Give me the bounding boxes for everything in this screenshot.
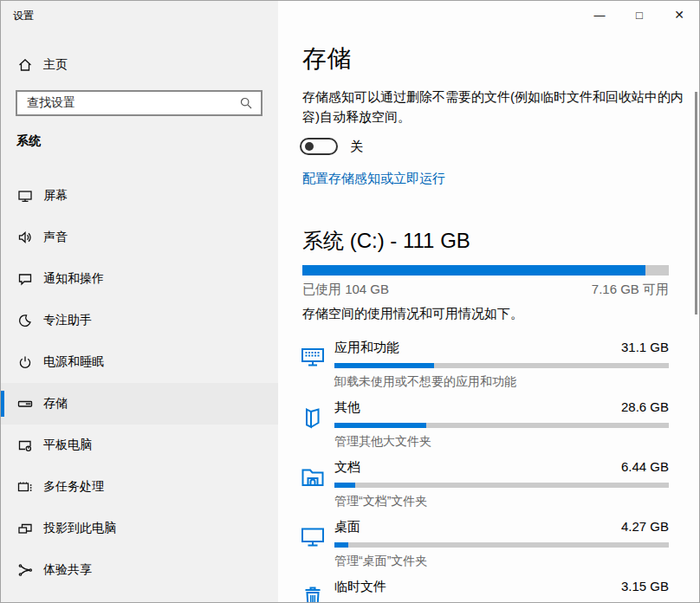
- category-usage-bar: [334, 363, 669, 368]
- sidebar-group-label: 系统: [16, 133, 41, 149]
- category-usage-fill: [334, 423, 426, 428]
- category-label: 桌面: [334, 519, 360, 535]
- sidebar-item-power-sleep[interactable]: 电源和睡眠: [1, 341, 278, 383]
- storage-sense-toggle-row: 关: [300, 138, 363, 155]
- projecting-icon: [17, 521, 33, 536]
- usage-intro-text: 存储空间的使用情况和可用情况如下。: [302, 306, 523, 322]
- category-row-other[interactable]: 其他 28.6 GB 管理其他大文件夹: [300, 399, 669, 458]
- category-main: 桌面 4.27 GB 管理“桌面”文件夹: [334, 518, 669, 578]
- category-row-desktop[interactable]: 桌面 4.27 GB 管理“桌面”文件夹: [300, 518, 669, 578]
- sidebar-item-label: 主页: [43, 57, 68, 73]
- sidebar-item-label: 投影到此电脑: [43, 521, 116, 536]
- caption-buttons: — □ ✕: [580, 1, 699, 29]
- drive-usage-bar: [302, 265, 669, 276]
- category-size: 31.1 GB: [621, 340, 669, 356]
- category-main: 其他 28.6 GB 管理其他大文件夹: [334, 399, 669, 458]
- sidebar-item-label: 平板电脑: [43, 438, 92, 453]
- sidebar-item-display[interactable]: 屏幕: [1, 175, 278, 217]
- category-usage-bar: [334, 542, 669, 548]
- multitasking-icon: [17, 479, 33, 495]
- sidebar-item-multitasking[interactable]: 多任务处理: [1, 466, 278, 508]
- category-main: 应用和功能 31.1 GB 卸载未使用或不想要的应用和功能: [334, 339, 669, 399]
- sidebar-item-label: 存储: [43, 396, 68, 412]
- maximize-icon[interactable]: □: [619, 1, 659, 29]
- category-usage-bar: [334, 483, 669, 488]
- sidebar: 主页 查找设置 系统 屏幕: [1, 1, 278, 602]
- sidebar-item-tablet[interactable]: 平板电脑: [1, 425, 278, 466]
- page-title: 存储: [302, 42, 352, 75]
- sidebar-item-projecting[interactable]: 投影到此电脑: [1, 508, 278, 549]
- search-input[interactable]: 查找设置: [16, 90, 262, 116]
- drive-used-label: 已使用 104 GB: [302, 282, 389, 298]
- sidebar-item-label: 屏幕: [43, 188, 68, 204]
- focus-assist-icon: [17, 313, 33, 328]
- storage-sense-description: 存储感知可以通过删除不需要的文件(例如临时文件和回收站中的内容)自动释放空间。: [302, 87, 692, 126]
- settings-window: 设置 — □ ✕ 主页 查找设置 系统: [0, 0, 700, 603]
- sidebar-item-label: 电源和睡眠: [43, 354, 104, 370]
- sidebar-item-label: 多任务处理: [43, 479, 104, 495]
- search-placeholder: 查找设置: [27, 95, 239, 111]
- tablet-icon: [17, 438, 33, 453]
- documents-icon: [300, 458, 334, 518]
- other-folder-icon: [300, 399, 334, 458]
- sound-icon: [17, 230, 33, 245]
- notifications-icon: [17, 271, 33, 287]
- sidebar-item-notifications[interactable]: 通知和操作: [1, 258, 278, 300]
- category-main: 文档 6.44 GB 管理“文档”文件夹: [334, 458, 669, 518]
- sidebar-item-label: 体验共享: [43, 562, 92, 578]
- category-usage-fill: [334, 542, 348, 548]
- toggle-state-label: 关: [350, 139, 363, 155]
- drive-heading: 系统 (C:) - 111 GB: [302, 227, 470, 255]
- sidebar-item-shared-experiences[interactable]: 体验共享: [1, 549, 278, 591]
- sidebar-item-storage[interactable]: 存储: [1, 383, 278, 425]
- category-label: 其他: [334, 399, 360, 416]
- display-icon: [17, 188, 33, 204]
- sidebar-nav: 屏幕 声音 通知和操作: [1, 175, 278, 591]
- drive-usage-fill: [302, 265, 645, 276]
- apps-features-icon: [300, 339, 334, 399]
- sidebar-item-sound[interactable]: 声音: [1, 217, 278, 258]
- storage-icon: [17, 396, 33, 412]
- category-usage-fill: [334, 483, 355, 488]
- category-label: 临时文件: [334, 579, 386, 595]
- close-icon[interactable]: ✕: [659, 1, 699, 29]
- category-label: 应用和功能: [334, 340, 399, 356]
- category-subtitle: 管理“文档”文件夹: [334, 494, 669, 509]
- configure-storage-sense-link[interactable]: 配置存储感知或立即运行: [302, 171, 445, 187]
- category-size: 3.15 GB: [621, 579, 669, 595]
- toggle-knob: [305, 142, 314, 151]
- drive-usage-labels: 已使用 104 GB 7.16 GB 可用: [302, 282, 669, 298]
- home-icon: [17, 57, 33, 73]
- category-main: 临时文件 3.15 GB: [334, 578, 669, 603]
- category-subtitle: 卸载未使用或不想要的应用和功能: [334, 374, 669, 390]
- scrollbar-thumb[interactable]: [695, 92, 697, 314]
- category-list: 应用和功能 31.1 GB 卸载未使用或不想要的应用和功能 其他 28.: [300, 339, 669, 603]
- storage-sense-toggle[interactable]: [300, 138, 338, 155]
- minimize-icon[interactable]: —: [580, 1, 619, 29]
- category-size: 28.6 GB: [621, 399, 669, 416]
- category-size: 6.44 GB: [621, 459, 669, 476]
- category-label: 文档: [334, 459, 360, 476]
- category-row-documents[interactable]: 文档 6.44 GB 管理“文档”文件夹: [300, 458, 669, 518]
- temp-files-trash-icon: [300, 578, 334, 603]
- category-row-apps-features[interactable]: 应用和功能 31.1 GB 卸载未使用或不想要的应用和功能: [300, 339, 669, 399]
- category-usage-bar: [334, 423, 669, 428]
- power-icon: [17, 354, 33, 370]
- category-subtitle: 管理其他大文件夹: [334, 434, 669, 450]
- sidebar-item-label: 声音: [43, 230, 68, 245]
- search-icon: [239, 96, 253, 110]
- shared-experiences-icon: [17, 562, 33, 578]
- desktop-icon: [300, 518, 334, 578]
- sidebar-item-label: 专注助手: [43, 313, 92, 328]
- sidebar-item-label: 通知和操作: [43, 271, 104, 287]
- category-usage-fill: [334, 363, 434, 368]
- sidebar-item-focus-assist[interactable]: 专注助手: [1, 300, 278, 341]
- category-row-temp-files[interactable]: 临时文件 3.15 GB: [300, 578, 669, 603]
- category-subtitle: 管理“桌面”文件夹: [334, 554, 669, 569]
- sidebar-item-home[interactable]: 主页: [1, 51, 278, 79]
- selected-accent-bar: [1, 391, 4, 417]
- drive-free-label: 7.16 GB 可用: [592, 282, 669, 298]
- category-size: 4.27 GB: [621, 519, 669, 535]
